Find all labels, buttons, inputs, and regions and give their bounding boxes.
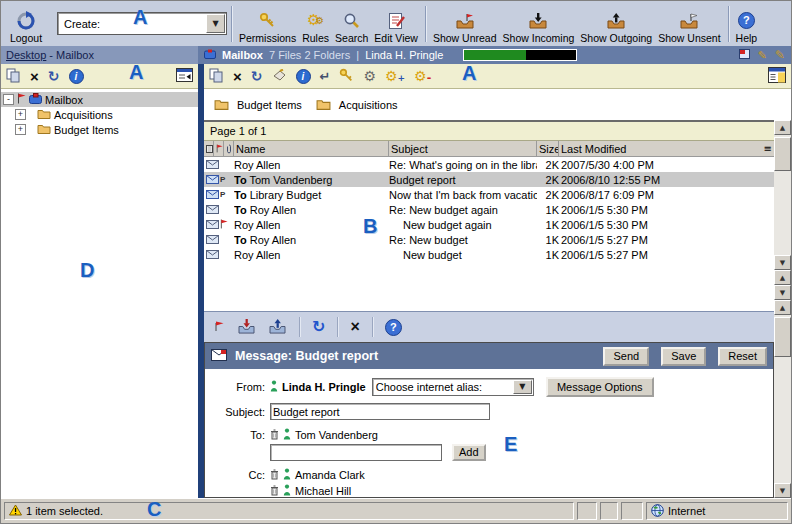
info-icon[interactable]: i	[296, 69, 311, 84]
row-size: 2K	[537, 174, 559, 186]
trash-icon[interactable]	[270, 485, 279, 498]
table-row[interactable]: To Roy Allen Re: New budget again 1K 200…	[204, 202, 774, 217]
key-icon[interactable]	[339, 68, 354, 85]
folder-link[interactable]: Budget Items	[237, 99, 302, 111]
edit-view-button[interactable]: Edit View	[371, 4, 421, 44]
go-back-icon[interactable]: ↵	[320, 70, 331, 83]
subject-column-header[interactable]: Subject	[389, 141, 537, 156]
person-icon	[270, 380, 278, 394]
table-row[interactable]: Roy Allen New budget again 1K 2006/1/5 5…	[204, 217, 774, 232]
row-subject: Now that I'm back from vacation	[389, 189, 537, 201]
tree-item-budget-items[interactable]: + Budget Items	[1, 122, 198, 137]
message-title-bar: Message: Budget report Send Save Reset	[205, 343, 773, 369]
chevron-down-icon[interactable]: ▼	[513, 380, 532, 394]
copy-icon[interactable]	[209, 68, 224, 85]
settings-remove-icon[interactable]: ⚙-	[414, 69, 431, 83]
rules-button[interactable]: ⚙⚙ Rules	[299, 4, 332, 44]
alias-select[interactable]: Choose internet alias: ▼	[372, 378, 534, 396]
send-button[interactable]: Send	[603, 347, 649, 366]
breadcrumb-desktop-link[interactable]: Desktop	[6, 49, 46, 61]
status-cell	[621, 502, 643, 520]
table-row[interactable]: Roy Allen Re: What's going on in the lib…	[204, 157, 774, 172]
pencil-icon[interactable]: ✎	[758, 50, 767, 61]
row-name: Tom Vandenberg	[249, 174, 332, 186]
delete-icon[interactable]: ×	[30, 68, 39, 85]
delete-icon[interactable]: ×	[233, 68, 242, 85]
permissions-button[interactable]: Permissions	[236, 4, 299, 44]
paperclip-column-header[interactable]	[224, 141, 234, 156]
trash-icon[interactable]	[270, 469, 279, 482]
trash-icon[interactable]	[270, 429, 279, 442]
annotation-d: D	[80, 259, 94, 282]
refresh-icon[interactable]: ↻	[48, 69, 60, 83]
sort-icon[interactable]: ≡	[764, 144, 772, 154]
refresh-icon[interactable]: ↻	[251, 69, 263, 83]
list-scrollbar[interactable]: ▲ ▼	[774, 120, 791, 270]
settings-add-icon[interactable]: ⚙+	[385, 69, 405, 83]
tray-in-icon[interactable]	[237, 319, 256, 336]
scroll-down-icon[interactable]: ▼	[774, 483, 791, 498]
compose-icon[interactable]: ✎	[775, 49, 785, 61]
chevron-down-icon[interactable]: ▼	[206, 14, 225, 33]
gears-icon: ⚙⚙	[307, 10, 324, 32]
show-incoming-button[interactable]: Show Incoming	[500, 4, 578, 44]
scrollbar-thumb[interactable]	[774, 137, 791, 171]
toolbar-divider	[728, 6, 729, 42]
table-row-selected[interactable]: P To Tom Vandenberg Budget report 2K 200…	[204, 172, 774, 187]
spin-up-icon[interactable]: ▲	[774, 270, 791, 285]
to-input[interactable]	[270, 444, 442, 461]
rules-label: Rules	[302, 32, 329, 44]
to-marker: To	[234, 204, 247, 216]
warning-icon	[9, 504, 22, 518]
collapse-panel-icon[interactable]	[176, 68, 193, 84]
panel-view-icon[interactable]	[768, 67, 786, 85]
table-row[interactable]: To Roy Allen Re: New budget 1K 2006/1/5 …	[204, 232, 774, 247]
to-marker: To	[234, 189, 247, 201]
info-icon[interactable]: i	[69, 69, 84, 84]
scroll-down-icon[interactable]: ▼	[774, 255, 791, 270]
add-to-button[interactable]: Add	[452, 444, 486, 461]
scrollbar-thumb[interactable]	[774, 317, 791, 357]
save-button[interactable]: Save	[661, 347, 706, 366]
spin-down-icon[interactable]: ▼	[774, 285, 791, 300]
message-options-button[interactable]: Message Options	[546, 377, 654, 397]
message-scrollbar[interactable]: ▲ ▼	[774, 300, 791, 498]
mailbox-separator: |	[356, 49, 359, 61]
tree-item-acquisitions[interactable]: + Acquisitions	[1, 107, 198, 122]
sync-icon[interactable]: ↻	[312, 319, 325, 335]
settings-icon[interactable]: ⚙	[363, 69, 376, 83]
show-unread-button[interactable]: Show Unread	[430, 4, 500, 44]
reset-button[interactable]: Reset	[718, 347, 767, 366]
tree-item-mailbox[interactable]: - Mailbox	[1, 92, 198, 107]
scroll-up-icon[interactable]: ▲	[774, 120, 791, 135]
delete-icon[interactable]: ×	[350, 318, 359, 336]
scroll-up-icon[interactable]: ▲	[774, 300, 791, 315]
read-column-header[interactable]	[204, 141, 214, 156]
show-outgoing-button[interactable]: Show Outgoing	[577, 4, 655, 44]
help-icon[interactable]: ?	[385, 319, 402, 336]
search-button[interactable]: Search	[332, 4, 371, 44]
flag-icon[interactable]	[214, 320, 225, 334]
spinner-control[interactable]: ▲ ▼	[774, 270, 791, 300]
size-column-header[interactable]: Size	[537, 141, 559, 156]
table-row[interactable]: P To Library Budget Now that I'm back fr…	[204, 187, 774, 202]
message-compose-panel: Message: Budget report Send Save Reset F…	[204, 342, 774, 498]
plus-toggle-icon[interactable]: +	[15, 109, 26, 120]
plus-toggle-icon[interactable]: +	[15, 124, 26, 135]
status-cell	[600, 502, 618, 520]
table-row[interactable]: Roy Allen New budget 1K 2006/1/5 5:27 PM	[204, 247, 774, 262]
help-button[interactable]: ? Help	[733, 4, 761, 44]
logout-button[interactable]: Logout	[1, 4, 51, 44]
modified-column-header[interactable]: Last Modified ≡	[559, 141, 774, 156]
window-icon[interactable]	[739, 49, 750, 61]
minus-toggle-icon[interactable]: -	[3, 94, 14, 105]
flag-icon	[220, 219, 228, 231]
name-column-header[interactable]: Name	[234, 141, 389, 156]
copy-icon[interactable]	[6, 68, 21, 85]
move-icon[interactable]	[272, 69, 287, 84]
tray-out-icon[interactable]	[268, 319, 287, 336]
subject-input[interactable]	[270, 403, 490, 420]
flag-column-header[interactable]	[214, 141, 224, 156]
folder-link[interactable]: Acquisitions	[339, 99, 398, 111]
show-unsent-button[interactable]: Show Unsent	[655, 4, 723, 44]
